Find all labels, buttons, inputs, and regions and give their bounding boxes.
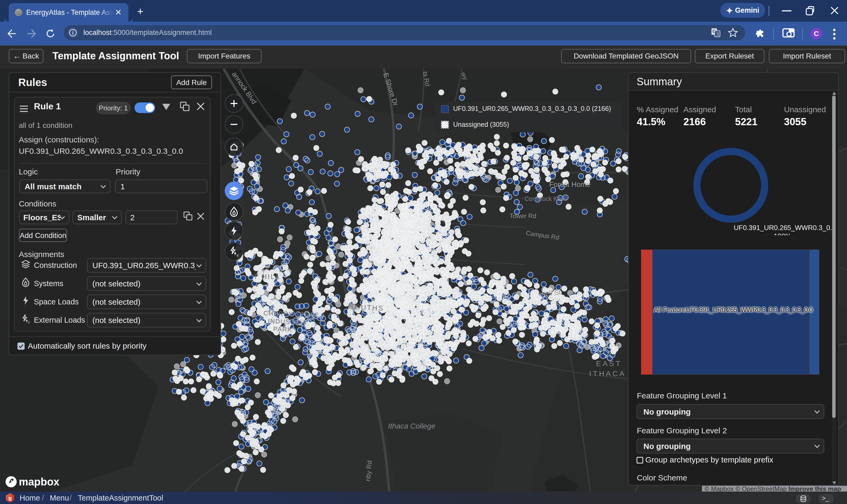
svg-text:文: 文	[716, 32, 720, 36]
svg-text:Campus Rd: Campus Rd	[525, 229, 560, 241]
svg-text:chell St: chell St	[538, 288, 561, 298]
svg-text:E: E	[237, 254, 239, 257]
svg-text:T HILL: T HILL	[254, 273, 281, 281]
svg-text:Forest Home: Forest Home	[549, 181, 591, 188]
svg-text:mapbox: mapbox	[19, 476, 59, 488]
svg-text:ITHACA: ITHACA	[589, 370, 626, 378]
svg-text:nby Rd: nby Rd	[364, 460, 373, 482]
svg-text:EAST: EAST	[596, 359, 622, 368]
svg-text:PARK: PARK	[273, 325, 292, 333]
svg-text:Tower Rd: Tower Rd	[509, 212, 536, 219]
svg-text:Comstock Knoll: Comstock Knoll	[525, 195, 567, 202]
svg-text:Ithaca College: Ithaca College	[388, 422, 435, 430]
svg-text:E: E	[28, 321, 30, 324]
svg-text:INDUSTRIA: INDUSTRIA	[268, 318, 307, 326]
